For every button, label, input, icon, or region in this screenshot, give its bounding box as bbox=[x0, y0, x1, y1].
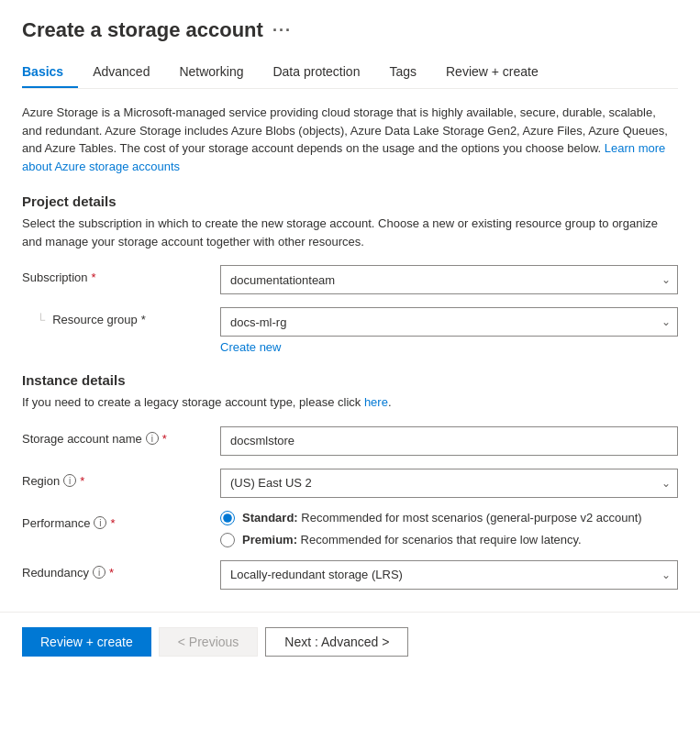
storage-account-name-input[interactable] bbox=[220, 426, 678, 456]
page-title: Create a storage account bbox=[22, 18, 263, 42]
tab-data-protection[interactable]: Data protection bbox=[258, 57, 374, 88]
performance-control: Standard: Recommended for most scenarios… bbox=[220, 511, 678, 547]
page-title-dots: ··· bbox=[272, 21, 292, 40]
tab-advanced[interactable]: Advanced bbox=[78, 57, 164, 88]
performance-standard-label: Standard: Recommended for most scenarios… bbox=[242, 511, 642, 525]
project-details-section: Project details Select the subscription … bbox=[22, 193, 678, 354]
bottom-action-bar: Review + create < Previous Next : Advanc… bbox=[0, 613, 700, 671]
performance-standard-option[interactable]: Standard: Recommended for most scenarios… bbox=[220, 511, 678, 525]
tab-networking[interactable]: Networking bbox=[164, 57, 258, 88]
here-link[interactable]: here bbox=[364, 395, 388, 409]
project-details-title: Project details bbox=[22, 193, 678, 209]
resource-group-required: * bbox=[141, 313, 146, 326]
instance-details-section: Instance details If you need to create a… bbox=[22, 372, 678, 590]
review-create-button[interactable]: Review + create bbox=[22, 627, 151, 657]
resource-group-row: └ Resource group * docs-ml-rg ⌄ Create n… bbox=[22, 307, 678, 354]
tab-basics[interactable]: Basics bbox=[22, 57, 78, 88]
instance-details-desc: If you need to create a legacy storage a… bbox=[22, 393, 678, 412]
performance-row: Performance i * Standard: Recommended fo… bbox=[22, 511, 678, 547]
tab-bar: Basics Advanced Networking Data protecti… bbox=[22, 57, 678, 89]
previous-button: < Previous bbox=[159, 627, 259, 657]
redundancy-info-icon: i bbox=[93, 566, 106, 579]
storage-account-name-row: Storage account name i * bbox=[22, 426, 678, 456]
redundancy-label: Redundancy i * bbox=[22, 560, 206, 580]
performance-required: * bbox=[110, 516, 115, 530]
performance-standard-radio[interactable] bbox=[220, 511, 235, 525]
create-new-link[interactable]: Create new bbox=[220, 340, 281, 354]
subscription-label: Subscription * bbox=[22, 265, 206, 284]
performance-premium-radio[interactable] bbox=[220, 533, 235, 547]
tab-review-create[interactable]: Review + create bbox=[431, 57, 553, 88]
resource-group-select[interactable]: docs-ml-rg bbox=[220, 307, 678, 337]
performance-radio-group: Standard: Recommended for most scenarios… bbox=[220, 511, 678, 547]
next-button[interactable]: Next : Advanced > bbox=[265, 627, 408, 657]
redundancy-row: Redundancy i * Locally-redundant storage… bbox=[22, 560, 678, 590]
resource-group-label: └ Resource group * bbox=[22, 307, 206, 326]
redundancy-required: * bbox=[109, 566, 114, 580]
subscription-control: documentationteam ⌄ bbox=[220, 265, 678, 294]
performance-premium-label: Premium: Recommended for scenarios that … bbox=[242, 533, 582, 547]
region-required: * bbox=[80, 474, 84, 488]
performance-info-icon: i bbox=[94, 516, 106, 529]
page-description: Azure Storage is a Microsoft-managed ser… bbox=[22, 104, 678, 175]
resource-group-control: docs-ml-rg ⌄ Create new bbox=[220, 307, 678, 354]
performance-label: Performance i * bbox=[22, 511, 206, 530]
region-info-icon: i bbox=[63, 474, 76, 487]
subscription-required: * bbox=[92, 271, 96, 284]
tab-tags[interactable]: Tags bbox=[374, 57, 431, 88]
redundancy-select[interactable]: Locally-redundant storage (LRS) Zone-red… bbox=[220, 560, 678, 590]
storage-name-required: * bbox=[162, 432, 167, 446]
region-select[interactable]: (US) East US 2 bbox=[220, 469, 678, 498]
subscription-select[interactable]: documentationteam bbox=[220, 265, 678, 294]
subscription-row: Subscription * documentationteam ⌄ bbox=[22, 265, 678, 294]
instance-details-title: Instance details bbox=[22, 372, 678, 388]
storage-name-info-icon: i bbox=[146, 432, 159, 445]
region-control: (US) East US 2 ⌄ bbox=[220, 469, 678, 498]
region-row: Region i * (US) East US 2 ⌄ bbox=[22, 469, 678, 498]
performance-premium-option[interactable]: Premium: Recommended for scenarios that … bbox=[220, 533, 678, 547]
storage-account-name-label: Storage account name i * bbox=[22, 426, 206, 446]
project-details-desc: Select the subscription in which to crea… bbox=[22, 215, 678, 250]
storage-account-name-control bbox=[220, 426, 678, 456]
region-label: Region i * bbox=[22, 469, 206, 488]
redundancy-control: Locally-redundant storage (LRS) Zone-red… bbox=[220, 560, 678, 590]
